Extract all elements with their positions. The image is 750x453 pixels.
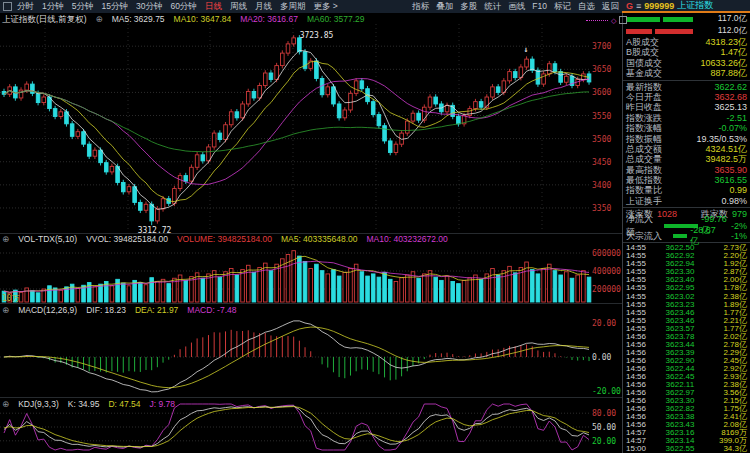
magenta-dashed-line-icon	[586, 20, 608, 21]
vvol-value: VVOL: 394825184.00	[86, 234, 168, 244]
sell-volume-bar-segment	[626, 29, 652, 34]
period-tab-10[interactable]: 更多 >	[313, 1, 337, 13]
stat-label: 指数量比	[626, 185, 662, 195]
k-value: K: 34.95	[68, 399, 100, 409]
stat-label: 总成交额	[626, 144, 662, 154]
expand-icon: ⊕	[2, 234, 9, 244]
tool-button-4[interactable]: 画线	[508, 1, 525, 13]
stat-value: 19.35/0.53%	[696, 134, 747, 144]
tick-amount: 34.3亿	[707, 445, 747, 453]
svg-text:-20.00: -20.00	[592, 387, 621, 396]
flow-rows: 净流入额-99.76亿-2%大宗流入-28.87亿-1%	[623, 220, 750, 241]
trading-app: 分时1分钟5分钟15分钟30分钟60分钟日线周线月线多周期更多 > 指标叠加多股…	[0, 0, 750, 453]
stock-header[interactable]: G ≡ 999999 上证指数	[622, 0, 750, 13]
chart-region: 370036503600355035003450340033503723.853…	[0, 13, 622, 453]
diamond-marker-icon: ◇	[611, 17, 616, 24]
tool-button-6[interactable]: 标记	[554, 1, 571, 13]
section-divider	[623, 207, 750, 208]
macd-header: ⊕MACD(12,26,9)DIF: 18.23DEA: 21.97MACD: …	[2, 305, 236, 315]
stat-label: 最高指数	[626, 165, 662, 175]
header-icons: ◇	[586, 16, 627, 24]
vol-ma5-value: MA5: 403335648.00	[281, 234, 358, 244]
svg-text:0.00: 0.00	[592, 353, 611, 362]
stat-row: 最低指数3616.55	[623, 175, 750, 185]
stat-label: A股成交	[626, 37, 659, 47]
stat-value: 4318.23亿	[705, 37, 747, 47]
stat-groups: A股成交4318.23亿B股成交1.47亿国债成交10633.26亿基金成交88…	[623, 37, 750, 206]
period-tab-0[interactable]: 分时	[17, 1, 34, 13]
svg-text:20.00: 20.00	[592, 319, 616, 328]
period-tab-7[interactable]: 周线	[230, 1, 247, 13]
window-icon[interactable]	[3, 2, 12, 11]
sell-volume-bar-segment	[655, 29, 693, 34]
tool-button-5[interactable]: F10	[532, 1, 547, 13]
toolbar-buttons: 指标叠加多股统计画线F10标记自选返回	[412, 1, 619, 13]
tool-button-8[interactable]: 返回	[602, 1, 619, 13]
candle-header: 上证指数(日线,前复权)⊕MA5: 3629.75MA10: 3647.84MA…	[2, 14, 365, 26]
tool-button-1[interactable]: 叠加	[436, 1, 453, 13]
tick-list[interactable]: 14:553622.502.73亿14:553622.922.20亿14:553…	[623, 244, 750, 453]
stat-row: 最高指数3635.90	[623, 165, 750, 175]
dif-value: DIF: 18.23	[86, 305, 126, 315]
stat-label: 总成交量	[626, 154, 662, 164]
menu-icon[interactable]: ≡	[636, 1, 641, 11]
period-tab-9[interactable]: 多周期	[280, 1, 306, 13]
stat-label: 指数振幅	[626, 134, 662, 144]
stat-row: 总成交量39482.5万	[623, 154, 750, 164]
svg-text:3550: 3550	[592, 112, 611, 121]
buy-volume-bar-value: 117.0亿	[718, 13, 747, 25]
tool-button-7[interactable]: 自选	[578, 1, 595, 13]
stat-label: 昨日收盘	[626, 102, 662, 112]
period-tab-8[interactable]: 月线	[255, 1, 272, 13]
svg-text:400000: 400000	[592, 267, 621, 276]
buy-volume-bar-segment	[663, 17, 693, 22]
volume-bars: 117.0亿112.0亿	[623, 13, 750, 37]
expand-icon: ⊕	[2, 305, 9, 315]
tool-button-3[interactable]: 统计	[484, 1, 501, 13]
svg-text:3723.85: 3723.85	[300, 31, 334, 40]
svg-text:10万: 10万	[2, 294, 20, 303]
stock-name: 上证指数	[677, 0, 713, 12]
vol-ma10-value: MA10: 403232672.00	[366, 234, 447, 244]
stat-label: 指数涨幅	[626, 123, 662, 133]
svg-text:20.00: 20.00	[592, 437, 616, 446]
price-chart[interactable]: 370036503600355035003450340033503723.853…	[0, 13, 622, 453]
stat-value: 4324.51亿	[705, 144, 747, 154]
tool-button-0[interactable]: 指标	[412, 1, 429, 13]
period-tab-4[interactable]: 30分钟	[136, 1, 162, 13]
period-tab-6[interactable]: 日线	[205, 1, 222, 13]
ma20-value: MA20: 3616.67	[240, 14, 298, 26]
stat-label: 国债成交	[626, 58, 662, 68]
svg-text:↓: ↓	[524, 45, 529, 54]
stat-row: 上证换手0.98%	[623, 196, 750, 206]
period-tab-2[interactable]: 5分钟	[72, 1, 94, 13]
svg-text:3400: 3400	[592, 181, 611, 190]
chart-title: 上证指数(日线,前复权)	[2, 14, 87, 26]
expand-icon: ⊕	[2, 399, 9, 409]
svg-text:50.00: 50.00	[592, 423, 616, 432]
stat-label: B股成交	[626, 47, 659, 57]
kdj-header: ⊕KDJ(9,3,3)K: 34.95D: 47.54J: 9.78	[2, 399, 175, 409]
tool-button-2[interactable]: 多股	[460, 1, 477, 13]
flow-row: 大宗流入-28.87亿-1%	[623, 231, 750, 242]
flow-label: 大宗流入	[626, 230, 670, 243]
stat-value: 10633.26亿	[700, 58, 747, 68]
stat-row: 基金成交887.88亿	[623, 68, 750, 78]
ma5-value: MA5: 3629.75	[112, 14, 165, 26]
buy-volume-bar-segment	[626, 17, 660, 22]
stat-value: -2.51	[726, 113, 747, 123]
svg-text:600000: 600000	[592, 249, 621, 258]
chart-settings-icon[interactable]	[619, 16, 627, 24]
period-tab-5[interactable]: 60分钟	[170, 1, 196, 13]
stat-row: B股成交1.47亿	[623, 47, 750, 57]
period-tab-3[interactable]: 15分钟	[101, 1, 127, 13]
stat-label: 最新指数	[626, 82, 662, 92]
flow-bar	[673, 234, 687, 238]
stat-row: 今日开盘3632.68	[623, 92, 750, 102]
volume-value: VOLUME: 394825184.00	[177, 234, 272, 244]
stat-value: 3625.13	[714, 102, 747, 112]
stat-value: 0.98%	[721, 196, 747, 206]
ma10-value: MA10: 3647.84	[174, 14, 232, 26]
stat-row: A股成交4318.23亿	[623, 37, 750, 47]
period-tab-1[interactable]: 1分钟	[42, 1, 64, 13]
